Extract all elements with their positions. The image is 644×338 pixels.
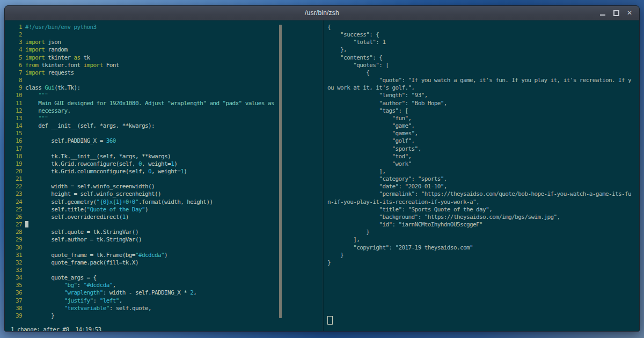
editor-line: 35 "bg": "#dcdcda", <box>12 282 323 289</box>
editor-line: 15 <box>12 130 323 137</box>
editor-line: 8 <box>12 77 323 84</box>
maximize-button[interactable] <box>612 9 620 17</box>
editor-line: 17 <box>12 145 323 153</box>
editor-line: 39 } <box>12 312 323 320</box>
editor-line: 16 self.PADDING_X = 360 <box>12 137 323 145</box>
editor-line: 9 class Gui(tk.Tk): <box>12 84 323 92</box>
editor-line: 13 """ <box>12 115 323 122</box>
editor-line: 22 width = self.winfo_screenwidth() <box>12 183 323 190</box>
editor-line: 25 self.title("Quote of the Day") <box>12 206 323 214</box>
window-title: /usr/bin/zsh <box>305 9 339 17</box>
editor-buffer[interactable]: 1 #!/usr/bin/env python3 2 3 import json… <box>5 20 323 320</box>
editor-line: 28 self.quote = tk.StringVar() <box>12 229 323 236</box>
editor-line: 34 quote_args = { <box>12 274 323 282</box>
terminal-cursor <box>327 316 333 325</box>
editor-line: 7 import requests <box>12 69 323 77</box>
editor-line: 20 tk.Grid.columnconfigure(self, 0, weig… <box>12 168 323 175</box>
editor-line: 2 <box>12 31 323 39</box>
editor-line: 23 height = self.winfo_screenheight() <box>12 190 323 198</box>
editor-scrollbar[interactable] <box>279 25 282 318</box>
editor-line: 21 <box>12 175 323 183</box>
close-button[interactable]: ✕ <box>625 9 634 17</box>
vim-change-status: 1 change; after #8 14:19:53 <box>11 326 101 331</box>
editor-line: 11 Main GUI designed for 1920x1080. Adju… <box>12 100 323 107</box>
window-controls: ✕ <box>598 6 634 20</box>
editor-line: 1 #!/usr/bin/env python3 <box>12 24 323 31</box>
editor-line: 37 "justify": "left", <box>12 297 323 305</box>
editor-line: 12 necessary. <box>12 107 323 115</box>
editor-line: 29 self.author = tk.StringVar() <box>12 236 323 244</box>
editor-line: 18 tk.Tk.__init__(self, *args, **kwargs) <box>12 153 323 160</box>
editor-line: 3 import json <box>12 39 323 46</box>
vim-cursor <box>25 221 28 227</box>
editor-line: 24 self.geometry("{0}x{1}+0+0".format(wi… <box>12 199 323 206</box>
vim-editor-pane[interactable]: 1 #!/usr/bin/env python3 2 3 import json… <box>5 20 323 331</box>
editor-line: 4 import random <box>12 46 323 54</box>
vim-statusline: 1 change; after #8 14:19:53 27,0-1 Top <box>5 319 323 328</box>
editor-line: 32 quote_frame.pack(fill=tk.X) <box>12 259 323 267</box>
terminal-window: /usr/bin/zsh ✕ 1 #!/usr/bin/env python3 … <box>4 5 640 332</box>
editor-line: 6 from tkinter.font import Font <box>12 62 323 69</box>
editor-line: 19 tk.Grid.rowconfigure(self, 0, weight=… <box>12 160 323 168</box>
terminal-content: 1 #!/usr/bin/env python3 2 3 import json… <box>5 20 639 331</box>
titlebar[interactable]: /usr/bin/zsh ✕ <box>5 6 639 20</box>
editor-line: 5 import tkinter as tk <box>12 54 323 62</box>
maximize-icon <box>613 10 619 16</box>
editor-line: 26 self.overrideredirect(1) <box>12 214 323 221</box>
minimize-icon <box>600 14 605 16</box>
minimize-button[interactable] <box>598 9 607 17</box>
editor-line: 30 <box>12 244 323 252</box>
editor-line: 14 def __init__(self, *args, **kwargs): <box>12 122 323 130</box>
editor-line: 31 quote_frame = tk.Frame(bg="#dcdcda") <box>12 252 323 259</box>
editor-line: 36 "wraplength": width - self.PADDING_X … <box>12 289 323 297</box>
editor-line: 38 "textvariable": self.quote, <box>12 305 323 312</box>
close-icon: ✕ <box>627 10 632 16</box>
editor-line: 33 <box>12 267 323 274</box>
editor-line: 27 <box>12 221 323 229</box>
json-output: { "success": { "total": 1 }, "contents":… <box>323 20 639 267</box>
shell-output-pane[interactable]: { "success": { "total": 1 }, "contents":… <box>323 20 639 331</box>
editor-line: 10 """ <box>12 92 323 99</box>
